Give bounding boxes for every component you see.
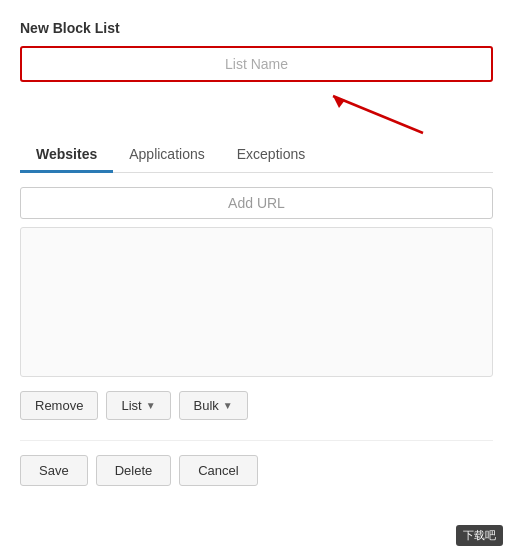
annotation-arrow bbox=[20, 88, 493, 138]
tab-applications[interactable]: Applications bbox=[113, 138, 221, 173]
action-row: Remove List ▼ Bulk ▼ bbox=[20, 391, 493, 420]
section-title: New Block List bbox=[20, 20, 493, 36]
tab-bar: Websites Applications Exceptions bbox=[20, 138, 493, 173]
url-list-area bbox=[20, 227, 493, 377]
remove-button[interactable]: Remove bbox=[20, 391, 98, 420]
tab-websites[interactable]: Websites bbox=[20, 138, 113, 173]
cancel-button[interactable]: Cancel bbox=[179, 455, 257, 486]
add-url-button[interactable]: Add URL bbox=[20, 187, 493, 219]
svg-line-0 bbox=[333, 96, 423, 133]
bulk-chevron-icon: ▼ bbox=[223, 400, 233, 411]
save-button[interactable]: Save bbox=[20, 455, 88, 486]
bulk-button[interactable]: Bulk ▼ bbox=[179, 391, 248, 420]
footer-actions: Save Delete Cancel bbox=[20, 440, 493, 486]
tab-exceptions[interactable]: Exceptions bbox=[221, 138, 321, 173]
watermark: 下载吧 bbox=[456, 525, 503, 546]
delete-button[interactable]: Delete bbox=[96, 455, 172, 486]
annotation-arrow-svg bbox=[303, 88, 433, 138]
list-chevron-icon: ▼ bbox=[146, 400, 156, 411]
list-name-input[interactable] bbox=[20, 46, 493, 82]
list-button[interactable]: List ▼ bbox=[106, 391, 170, 420]
